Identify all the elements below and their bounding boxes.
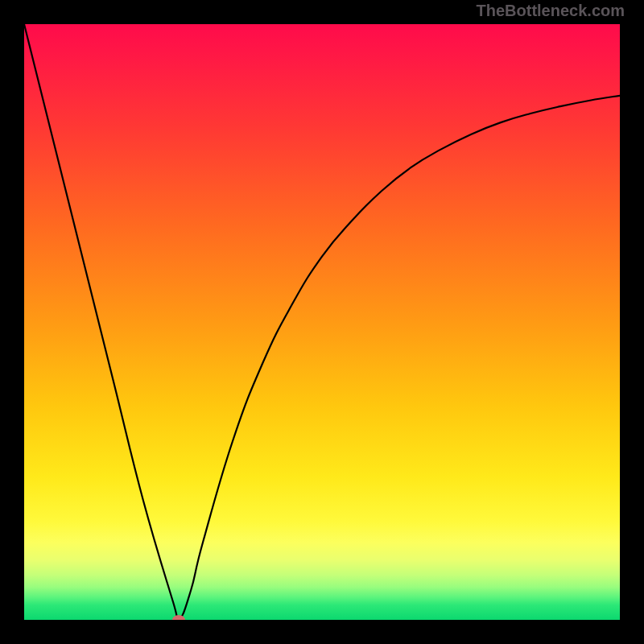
curve-layer — [24, 24, 620, 620]
bottleneck-marker — [172, 615, 185, 620]
plot-area — [24, 24, 620, 620]
attribution-label: TheBottleneck.com — [477, 2, 625, 20]
chart-frame: TheBottleneck.com — [0, 0, 644, 644]
bottleneck-curve — [24, 24, 620, 620]
